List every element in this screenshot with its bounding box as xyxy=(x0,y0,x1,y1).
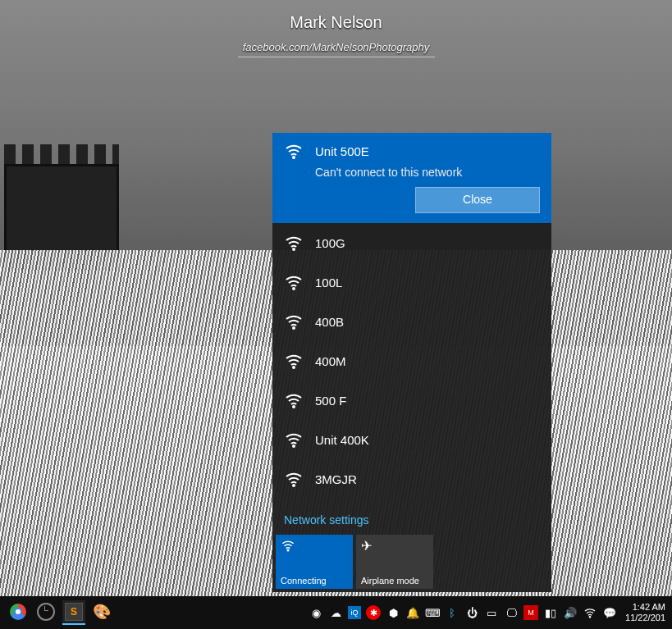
wallpaper-credit: facebook.com/MarkNelsonPhotography xyxy=(0,41,672,57)
svg-point-2 xyxy=(293,288,295,289)
tray-dropbox-icon[interactable]: ⬢ xyxy=(386,605,400,620)
network-name: 3MGJR xyxy=(315,472,357,486)
wifi-tile[interactable]: Connecting xyxy=(276,535,353,589)
svg-point-3 xyxy=(293,327,295,329)
network-name: 400B xyxy=(315,315,344,329)
svg-point-7 xyxy=(293,485,295,486)
taskbar-clock[interactable]: 1:42 AM 11/22/201 xyxy=(622,602,669,623)
wifi-icon xyxy=(284,312,304,331)
wifi-icon xyxy=(284,351,304,371)
quick-action-tiles: Connecting ✈ Airplane mode xyxy=(272,535,551,592)
network-item[interactable]: 500 F xyxy=(272,381,551,420)
wifi-icon xyxy=(284,233,304,253)
clock-time: 1:42 AM xyxy=(625,602,665,613)
taskbar-app-clock[interactable] xyxy=(34,600,57,625)
tray-security-icon[interactable]: ✱ xyxy=(366,605,381,620)
chrome-icon xyxy=(10,604,26,620)
network-name: 500 F xyxy=(315,394,346,408)
taskbar-app-paint[interactable]: 🎨 xyxy=(90,600,113,625)
close-button[interactable]: Close xyxy=(415,187,540,213)
network-name: Unit 400K xyxy=(315,433,369,447)
tray-logitech-icon[interactable]: ◉ xyxy=(309,605,323,620)
wifi-icon xyxy=(284,469,304,489)
available-networks-list: 100G 100L 400B 400M 500 F Unit 400K 3MGJ… xyxy=(272,223,551,507)
wifi-icon xyxy=(284,141,304,161)
network-item[interactable]: 400M xyxy=(272,341,551,381)
network-settings-link[interactable]: Network settings xyxy=(272,507,551,535)
network-item[interactable]: 400B xyxy=(272,302,551,341)
tray-wifi-icon[interactable] xyxy=(583,605,597,620)
sublime-icon: S xyxy=(65,603,83,621)
taskbar-app-chrome[interactable] xyxy=(7,600,30,625)
svg-point-8 xyxy=(287,549,289,551)
paint-icon: 🎨 xyxy=(93,603,111,621)
tray-onedrive-icon[interactable]: ☁ xyxy=(328,605,343,620)
tray-battery-icon[interactable]: ▮▯ xyxy=(543,605,558,620)
network-item[interactable]: 3MGJR xyxy=(272,459,551,499)
network-name: 100G xyxy=(315,236,345,250)
tray-display-icon[interactable]: 🖵 xyxy=(504,605,519,620)
network-name: 100L xyxy=(315,276,342,289)
system-tray: ◉ ☁ iQ ✱ ⬢ 🔔 ⌨ ᛒ ⏻ ▭ 🖵 M ▮▯ 🔊 💬 1:42 AM … xyxy=(309,602,672,623)
connection-error-message: Can't connect to this network xyxy=(315,166,540,179)
tray-bluetooth-icon[interactable]: ᛒ xyxy=(445,605,459,620)
wallpaper-artist: Mark Nelson xyxy=(0,13,672,32)
tray-touchpad-icon[interactable]: ▭ xyxy=(484,605,499,620)
network-name: 400M xyxy=(315,354,346,368)
clock-date: 11/22/201 xyxy=(625,613,665,623)
tray-input-icon[interactable]: ⌨ xyxy=(425,605,440,620)
svg-point-1 xyxy=(293,248,295,250)
network-item[interactable]: 100G xyxy=(272,223,551,262)
svg-point-5 xyxy=(293,406,295,408)
network-item[interactable]: Unit 400K xyxy=(272,420,551,459)
airplane-icon: ✈ xyxy=(361,538,428,554)
tray-power-icon[interactable]: ⏻ xyxy=(464,605,479,620)
taskbar-pinned-apps: S 🎨 xyxy=(0,600,113,625)
tray-notification-icon[interactable]: 🔔 xyxy=(405,605,420,620)
tray-action-center-icon[interactable]: 💬 xyxy=(602,605,617,620)
svg-point-0 xyxy=(293,157,295,158)
selected-network-name: Unit 500E xyxy=(315,144,369,158)
wifi-icon xyxy=(281,538,348,556)
taskbar-app-sublime[interactable]: S xyxy=(62,600,85,625)
wifi-icon xyxy=(284,390,304,410)
tray-volume-icon[interactable]: 🔊 xyxy=(563,605,578,620)
svg-point-4 xyxy=(293,367,295,368)
svg-point-9 xyxy=(589,617,590,618)
wifi-tile-label: Connecting xyxy=(281,576,348,586)
airplane-mode-tile[interactable]: ✈ Airplane mode xyxy=(356,535,433,589)
wifi-icon xyxy=(284,272,304,292)
tray-intel-icon[interactable]: iQ xyxy=(348,606,361,619)
selected-network-panel[interactable]: Unit 500E Can't connect to this network … xyxy=(272,133,551,223)
airplane-tile-label: Airplane mode xyxy=(361,576,428,586)
clock-icon xyxy=(37,603,55,621)
svg-point-6 xyxy=(293,445,295,447)
network-item[interactable]: 100L xyxy=(272,262,551,302)
network-flyout: Unit 500E Can't connect to this network … xyxy=(272,133,551,592)
wifi-icon xyxy=(284,430,304,449)
tray-mcafee-icon[interactable]: M xyxy=(523,605,538,620)
taskbar: S 🎨 ◉ ☁ iQ ✱ ⬢ 🔔 ⌨ ᛒ ⏻ ▭ 🖵 M ▮▯ 🔊 💬 1:42… xyxy=(0,596,672,629)
